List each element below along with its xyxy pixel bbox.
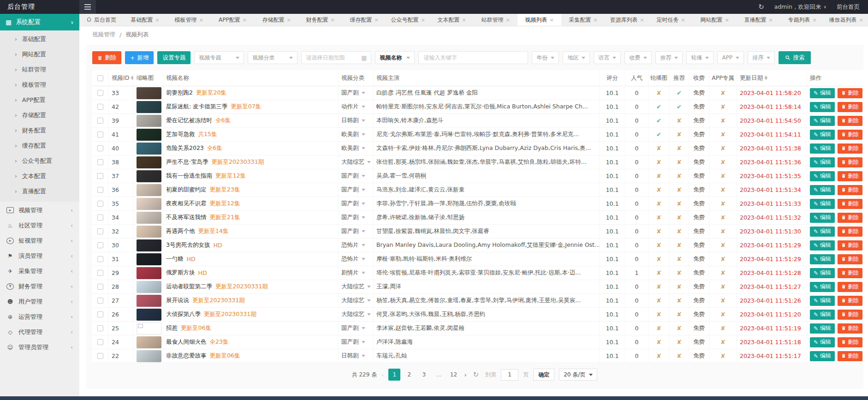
video-category[interactable]: 国产剧	[339, 225, 374, 238]
search-button[interactable]: 搜索	[779, 51, 811, 64]
video-category[interactable]: 国产剧	[339, 169, 374, 183]
sort-icon[interactable]: ▲▼	[765, 76, 767, 80]
next-page-icon[interactable]: ›	[464, 371, 466, 378]
row-checkbox[interactable]	[97, 187, 103, 193]
edit-button[interactable]: ✎编辑	[810, 282, 835, 292]
tab-item[interactable]: 存储配置×	[255, 14, 298, 26]
page-button[interactable]: 2	[403, 369, 415, 381]
edit-button[interactable]: ✎编辑	[810, 213, 835, 223]
video-category[interactable]: 欧美剧	[339, 128, 374, 141]
edit-button[interactable]: ✎编辑	[810, 351, 835, 361]
edit-button[interactable]: ✎编辑	[810, 143, 835, 154]
tab-item[interactable]: 直播配置×	[737, 14, 780, 26]
thumbnail[interactable]	[137, 198, 161, 210]
refresh-icon[interactable]: ↻	[473, 370, 479, 379]
video-category[interactable]: 国产剧	[339, 322, 374, 335]
sidebar-subitem[interactable]: ›基础配置	[0, 31, 79, 47]
close-icon[interactable]: ×	[725, 17, 729, 23]
tab-item[interactable]: 资源库列表×	[605, 14, 649, 26]
thumbnail[interactable]	[137, 143, 161, 155]
delete-button[interactable]: 删除	[92, 51, 121, 64]
row-checkbox[interactable]	[97, 215, 103, 221]
row-checkbox[interactable]	[97, 325, 103, 331]
close-icon[interactable]: ×	[462, 17, 466, 23]
filter-select[interactable]: 地区	[563, 51, 590, 64]
sidebar-group-item[interactable]: ◇代理管理‹	[0, 324, 79, 340]
edit-button[interactable]: ✎编辑	[810, 199, 835, 209]
video-category[interactable]: 国产剧	[339, 335, 374, 349]
video-category[interactable]: 大陆综艺	[339, 280, 374, 293]
refresh-icon[interactable]: ↻	[758, 3, 764, 11]
close-icon[interactable]: ×	[421, 17, 425, 23]
row-checkbox[interactable]	[97, 242, 103, 248]
video-category[interactable]: 国产剧	[339, 183, 374, 197]
thumbnail[interactable]	[137, 267, 161, 279]
row-checkbox[interactable]	[97, 131, 103, 137]
row-checkbox[interactable]	[97, 118, 103, 124]
edit-button[interactable]: ✎编辑	[810, 323, 835, 334]
close-icon[interactable]: ×	[286, 17, 291, 23]
close-icon[interactable]: ×	[768, 17, 773, 23]
video-category[interactable]: 恐怖片	[339, 239, 374, 252]
delete-button[interactable]: 删除	[838, 213, 862, 223]
tab-item[interactable]: 定时任务×	[649, 14, 693, 26]
sidebar-subitem[interactable]: ›公众号配置	[0, 153, 79, 168]
thumbnail[interactable]	[137, 156, 161, 168]
video-category[interactable]: 恐怖片	[339, 252, 374, 266]
tab-item[interactable]: 专题列表×	[780, 14, 824, 26]
tab-item[interactable]: 站群管理×	[474, 14, 517, 26]
thumbnail[interactable]	[137, 101, 161, 113]
edit-button[interactable]: ✎编辑	[810, 171, 835, 181]
date-range-input[interactable]: 请选择日期范围 ▦	[301, 51, 371, 64]
filter-select[interactable]: 年份	[532, 51, 559, 64]
tab-item[interactable]: 播放器列表×	[824, 14, 868, 26]
delete-button[interactable]: 删除	[838, 240, 862, 251]
page-button[interactable]: 12	[447, 369, 459, 381]
close-icon[interactable]: ×	[859, 17, 863, 23]
close-icon[interactable]: ×	[505, 17, 510, 23]
row-checkbox[interactable]	[97, 173, 103, 179]
video-category[interactable]: 日韩剧	[339, 349, 374, 363]
page-button[interactable]: 1	[388, 369, 400, 381]
tab-item[interactable]: 采集配置×	[561, 14, 605, 26]
thumbnail[interactable]	[137, 87, 161, 99]
delete-button[interactable]: 删除	[838, 254, 862, 264]
add-button[interactable]: + 新增	[125, 51, 154, 64]
tab-item[interactable]: 基础配置×	[123, 14, 167, 26]
close-icon[interactable]: ×	[549, 17, 553, 23]
row-checkbox[interactable]	[97, 104, 103, 110]
edit-button[interactable]: ✎编辑	[810, 102, 835, 112]
row-checkbox[interactable]	[97, 90, 103, 96]
delete-button[interactable]: 删除	[838, 227, 862, 237]
delete-button[interactable]: 删除	[838, 185, 862, 195]
filter-select[interactable]: 排序	[748, 51, 775, 64]
sidebar-group-item[interactable]: ⚑演员管理‹	[0, 248, 79, 263]
video-category[interactable]: 大陆综艺	[339, 155, 374, 169]
tab-item[interactable]: 缓存配置×	[342, 14, 386, 26]
sidebar-group-item[interactable]: ☻用户管理‹	[0, 294, 79, 309]
sidebar-subitem[interactable]: ›网站配置	[0, 47, 79, 62]
breadcrumb-section[interactable]: 视频管理	[92, 31, 115, 39]
video-category[interactable]: 动作片	[339, 100, 374, 113]
sidebar-group-item[interactable]: ✈采集管理‹	[0, 263, 79, 279]
delete-button[interactable]: 删除	[838, 199, 862, 209]
delete-button[interactable]: 删除	[838, 116, 862, 126]
close-icon[interactable]: ×	[812, 17, 816, 23]
delete-button[interactable]: 删除	[838, 157, 862, 167]
thumbnail[interactable]	[137, 184, 161, 196]
video-category[interactable]: 国产剧	[339, 86, 374, 100]
close-icon[interactable]: ×	[330, 17, 334, 23]
row-checkbox[interactable]	[97, 159, 103, 165]
sidebar-group-system-config[interactable]: ▦ 系统配置 ∨	[0, 14, 79, 30]
edit-button[interactable]: ✎编辑	[810, 268, 835, 278]
sidebar-group-item[interactable]: ¥财务管理‹	[0, 279, 79, 294]
close-icon[interactable]: ×	[640, 17, 644, 23]
tab-item[interactable]: 公众号配置×	[386, 14, 430, 26]
edit-button[interactable]: ✎编辑	[810, 227, 835, 237]
delete-button[interactable]: 删除	[838, 310, 862, 320]
tab-item[interactable]: 财务配置×	[298, 14, 342, 26]
edit-button[interactable]: ✎编辑	[810, 157, 835, 167]
filter-select[interactable]: APP	[717, 51, 744, 64]
thumbnail[interactable]	[137, 239, 161, 251]
row-checkbox[interactable]	[97, 256, 103, 262]
